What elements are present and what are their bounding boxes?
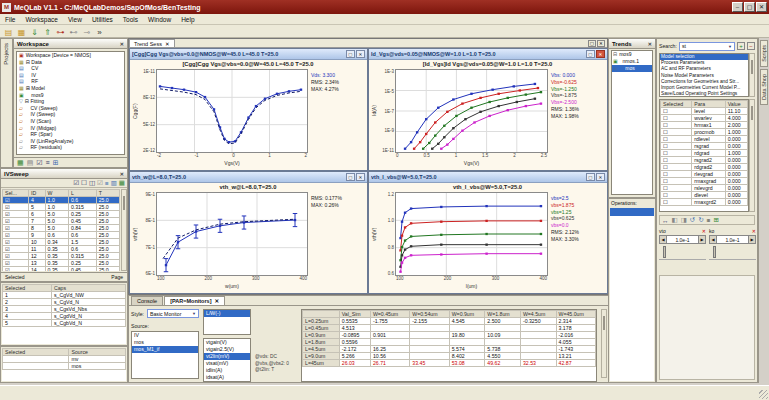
cell[interactable]: 25.0	[96, 211, 119, 218]
tab-close-icon[interactable]: ✕	[165, 41, 170, 47]
cell[interactable]: 33.45	[410, 360, 449, 367]
cell[interactable]: 25.0	[96, 267, 119, 272]
cell[interactable]: 2.000	[725, 122, 747, 129]
cell[interactable]: ☐	[661, 199, 692, 206]
table-row[interactable]: ☑41.00.625.0	[3, 197, 120, 204]
cell[interactable]: 4	[28, 197, 45, 204]
table-row[interactable]: 1s_CgVd_NW	[3, 292, 126, 299]
cell[interactable]	[520, 325, 556, 332]
increment-button[interactable]: ▶	[698, 235, 706, 244]
cell[interactable]: 4.550	[485, 353, 521, 360]
table-row[interactable]: L=9.0um5.26610.568.4024.55013.21	[303, 353, 596, 360]
cell[interactable]: 5.738	[485, 346, 521, 353]
list-item[interactable]: ▣ nmos.1	[612, 58, 652, 65]
window-restore-icon[interactable]: ▢	[346, 173, 355, 181]
window-close-icon[interactable]: ✕	[596, 173, 605, 181]
cell[interactable]: 6	[28, 211, 45, 218]
list-item[interactable]	[610, 208, 654, 216]
window-close-icon[interactable]: ✕	[596, 50, 605, 58]
column-header[interactable]: Source	[69, 349, 126, 356]
cell[interactable]: ☐	[661, 108, 692, 115]
cell[interactable]: 0.6	[45, 232, 68, 239]
add-tuner-icon[interactable]: ⊞	[714, 216, 719, 224]
cell[interactable]: 25.0	[96, 260, 119, 267]
cell[interactable]: 0.000	[725, 136, 747, 143]
cell[interactable]: 0.35	[45, 260, 68, 267]
cell[interactable]: ☑	[3, 246, 29, 253]
column-header[interactable]: Caps	[51, 285, 125, 292]
cell[interactable]: 0.25	[68, 211, 96, 218]
cell[interactable]	[449, 325, 485, 332]
cell[interactable]: 0.35	[45, 253, 68, 260]
check-items-icon[interactable]: ☑	[36, 159, 42, 167]
cell[interactable]	[449, 339, 485, 346]
cell[interactable]	[520, 346, 556, 353]
list-item[interactable]: ▤ IV	[17, 72, 124, 79]
cell[interactable]: ☑	[3, 211, 29, 218]
list-item[interactable]: ▱ RF (residuals)	[17, 144, 124, 151]
table-row[interactable]: ☑110.350.625.0	[3, 246, 120, 253]
table-row[interactable]: ☑75.00.4525.0	[3, 218, 120, 225]
select-all-icon[interactable]: ☑	[73, 179, 79, 187]
list-item[interactable]: vtgain2.5(V)	[204, 346, 250, 353]
mdi-restore-icon[interactable]: ▢	[588, 40, 596, 47]
increment-button[interactable]: ▶	[748, 235, 756, 244]
cell[interactable]: 3.178	[556, 325, 595, 332]
cell[interactable]: rmaxgrd2	[692, 199, 725, 206]
slider-handle[interactable]	[713, 246, 716, 258]
cell[interactable]: level	[692, 108, 725, 115]
table-mode-icon[interactable]: ▦	[119, 179, 125, 187]
maximize-button[interactable]: ▢	[744, 2, 755, 12]
mdi-close-icon[interactable]: ✕	[597, 40, 605, 47]
cell[interactable]: ☐	[661, 143, 692, 150]
table-row[interactable]: ☑51.00.31525.0	[3, 204, 120, 211]
cell[interactable]: 9	[28, 232, 45, 239]
cell[interactable]: ☐	[661, 129, 692, 136]
tab-console[interactable]: Console	[131, 296, 163, 305]
cell[interactable]	[520, 332, 556, 339]
cell[interactable]: 0.35	[45, 246, 68, 253]
cell[interactable]: 0.000	[725, 178, 747, 185]
options-icon[interactable]: ≡	[707, 217, 711, 224]
remove-tuner-icon[interactable]: ✕	[752, 228, 756, 234]
list-item[interactable]: ⊟mos9	[612, 51, 652, 58]
list-item[interactable]: View	[63, 16, 87, 23]
list-item[interactable]: L/W(-)	[204, 310, 250, 317]
table-row[interactable]: ☐rdgrad20.000	[661, 164, 748, 171]
column-header[interactable]: W=0.45um	[370, 311, 409, 318]
list-item[interactable]: ▱ IV (LinRegAnalyze)	[17, 138, 124, 145]
table-row[interactable]: ☑120.350.31525.0	[3, 253, 120, 260]
cell[interactable]	[410, 346, 449, 353]
chart-window-titlebar[interactable]: Id_Vgs@vds=0.05@NMOS@W=1.0 L=1.0 T=25.0 …	[369, 49, 607, 60]
cell[interactable]: 49.62	[485, 360, 521, 367]
cell[interactable]: 0.000	[725, 192, 747, 199]
tuner-value[interactable]: 1.0e-1	[667, 235, 698, 244]
cell[interactable]: 25.0	[96, 253, 119, 260]
cell[interactable]: 53.08	[449, 360, 485, 367]
cell[interactable]	[3, 363, 69, 370]
cell[interactable]: -1.743	[556, 346, 595, 353]
window-restore-icon[interactable]: ▢	[586, 173, 595, 181]
table-row[interactable]: L=45um26.0326.7133.4553.0849.6232.5342.8…	[303, 360, 596, 367]
collapse-tree-icon[interactable]: ▤	[27, 159, 34, 167]
cell[interactable]: rdgrad2	[692, 164, 725, 171]
tab-par-monitors[interactable]: [PAR=Monitors] ✕	[164, 296, 225, 305]
cell[interactable]: 0.315	[68, 204, 96, 211]
cell[interactable]: -2.172	[339, 346, 370, 353]
table-row[interactable]: 2s_CgVd_N	[3, 299, 126, 306]
window-restore-icon[interactable]: ▢	[586, 50, 595, 58]
list-item[interactable]: File	[0, 16, 20, 23]
cell[interactable]: 25.0	[96, 197, 119, 204]
cell[interactable]: ☑	[3, 204, 29, 211]
column-header[interactable]: Selected	[3, 285, 52, 292]
column-header[interactable]: W=0.9um	[449, 311, 485, 318]
cell[interactable]: 0.000	[725, 199, 747, 206]
table-row[interactable]: L=1.8um0.55964.055	[303, 339, 596, 346]
minimize-button[interactable]: –	[732, 2, 743, 12]
cell[interactable]: 0.6	[68, 232, 96, 239]
parameters-scrollbar[interactable]	[749, 99, 755, 212]
slider-handle[interactable]	[663, 246, 666, 258]
cell[interactable]: ☑	[3, 225, 29, 232]
cell[interactable]: rslevgrd	[692, 185, 725, 192]
cell[interactable]: 0.84	[68, 225, 96, 232]
